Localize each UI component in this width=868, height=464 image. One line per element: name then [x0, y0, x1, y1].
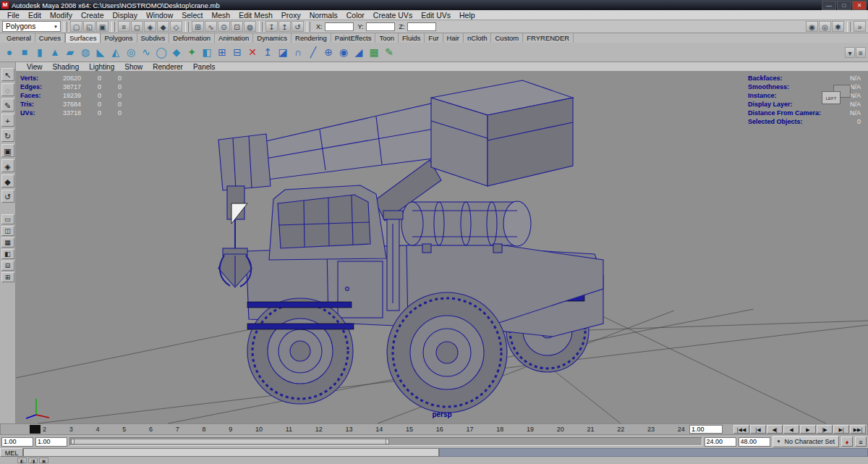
playback-end-field[interactable] [705, 437, 736, 447]
select-object-icon[interactable]: ◻ [131, 21, 143, 32]
polygon-prism-icon[interactable]: ◣ [93, 44, 108, 60]
shelf-tab[interactable]: Surfaces [65, 33, 101, 43]
shelf-overflow-icon[interactable]: ▾ [845, 47, 855, 58]
crane-model[interactable] [218, 80, 603, 413]
z-coordinate-input[interactable] [407, 22, 436, 31]
extrude-icon[interactable]: ↥ [260, 44, 275, 60]
shelf-tab[interactable]: Hair [443, 33, 464, 43]
menu-set-selector[interactable]: Polygons ▼ [2, 21, 61, 32]
go-to-end-button[interactable]: ▶▶| [850, 425, 866, 434]
highlight-selection-icon[interactable]: ◇ [170, 21, 182, 32]
shelf-tab[interactable]: Polygons [101, 33, 137, 43]
mirror-geometry-icon[interactable]: ◧ [200, 44, 214, 60]
menu-item[interactable]: Edit [24, 11, 46, 20]
render-current-frame-icon[interactable]: ◉ [806, 21, 818, 32]
animation-end-field[interactable] [739, 437, 770, 447]
mel-command-input[interactable] [23, 448, 439, 457]
snap-to-point-icon[interactable]: ⊙ [218, 21, 230, 32]
input-connections-icon[interactable]: ↧ [265, 21, 278, 32]
shelf-tab[interactable]: Curves [35, 33, 65, 43]
shelf-tab[interactable]: Rendering [292, 33, 331, 43]
menu-item[interactable]: Create UVs [369, 11, 417, 20]
select-component-icon[interactable]: ◈ [144, 21, 156, 32]
panel-menu-item[interactable]: Renderer [148, 63, 188, 71]
polygon-sphere-icon[interactable]: ● [2, 44, 17, 60]
quick-layout-button-1[interactable]: ◧ [17, 457, 27, 463]
viewport[interactable]: Verts: 20620 0 0 Edges: 38717 0 0 Faces:… [16, 72, 868, 423]
playback-start-field[interactable] [35, 437, 67, 447]
rotate-tool-icon[interactable]: ↻ [1, 129, 14, 142]
step-forward-frame-button[interactable]: ▶| [833, 425, 849, 434]
last-tool-icon[interactable]: ↺ [1, 190, 14, 203]
select-tool-icon[interactable]: ↖ [1, 68, 14, 81]
polygon-platonic-solid-icon[interactable]: ◆ [169, 44, 184, 60]
shelf-tab[interactable]: Dynamics [253, 33, 292, 43]
lock-selection-icon[interactable]: ◆ [157, 21, 169, 32]
polygon-cube-icon[interactable]: ■ [17, 44, 32, 60]
sculpt-geometry-icon[interactable]: ✦ [184, 44, 199, 60]
scene-canvas[interactable] [16, 72, 868, 423]
move-tool-icon[interactable]: + [1, 114, 14, 127]
playback-range-inner[interactable] [71, 439, 386, 444]
minimize-button[interactable]: — [822, 1, 836, 10]
close-button[interactable]: ✕ [852, 1, 867, 10]
panel-menu-item[interactable]: Panels [188, 63, 221, 71]
separate-icon[interactable]: ⊟ [230, 44, 244, 60]
shelf-tab[interactable]: Fur [425, 33, 443, 43]
select-hierarchy-icon[interactable]: ≡ [118, 21, 130, 32]
shelf-tab[interactable]: Animation [215, 33, 253, 43]
snap-to-grid-icon[interactable]: ⊞ [192, 21, 204, 32]
mel-toggle-button[interactable]: MEL [0, 448, 23, 457]
scale-tool-icon[interactable]: ▣ [1, 144, 14, 157]
hypershade-layout-button[interactable]: ⊞ [1, 272, 14, 282]
bridge-icon[interactable]: ∩ [291, 44, 305, 60]
playback-range-bar[interactable] [69, 437, 702, 446]
persp-graph-layout-button[interactable]: ⊟ [1, 261, 14, 271]
quick-layout-button-2[interactable]: ◨ [28, 457, 38, 463]
time-slider[interactable]: 23456789101112131415161718192021222324 |… [0, 423, 868, 435]
panel-menu-item[interactable]: Shading [48, 63, 85, 71]
menu-item[interactable]: Modify [46, 11, 77, 20]
y-coordinate-input[interactable] [366, 22, 395, 31]
step-back-frame-button[interactable]: |◀ [750, 425, 766, 434]
new-scene-icon[interactable]: ▢ [70, 21, 82, 32]
panel-menu-item[interactable]: View [22, 63, 48, 71]
play-backwards-button[interactable]: ◀ [783, 425, 799, 434]
menu-item[interactable]: File [3, 11, 24, 20]
polygon-helix-icon[interactable]: ∿ [139, 44, 153, 60]
menu-item[interactable]: Edit Mesh [234, 11, 277, 20]
shelf-tab[interactable]: PaintEffects [331, 33, 376, 43]
panel-menu-item[interactable]: Show [119, 63, 148, 71]
two-pane-layout-button[interactable]: ◫ [1, 226, 14, 236]
universal-manipulator-icon[interactable]: ◈ [1, 159, 14, 172]
range-end-handle[interactable] [386, 439, 389, 444]
menu-item[interactable]: Window [142, 11, 177, 20]
smooth-icon[interactable]: ◉ [336, 44, 351, 60]
show-manipulator-icon[interactable]: ◆ [1, 174, 14, 187]
make-live-icon[interactable]: ◍ [244, 21, 256, 32]
snap-to-plane-icon[interactable]: ⊡ [231, 21, 243, 32]
output-connections-icon[interactable]: ↥ [278, 21, 291, 32]
view-cube-left-face[interactable]: LEFT [822, 91, 841, 104]
view-cube[interactable]: LEFT [822, 85, 856, 106]
step-forward-key-button[interactable]: |▶ [817, 425, 833, 434]
shelf-tab[interactable]: nCloth [464, 33, 491, 43]
shelf-tab[interactable]: General [3, 33, 35, 43]
paint-effects-icon[interactable]: ✎ [382, 44, 396, 60]
persp-outliner-layout-button[interactable]: ◧ [1, 249, 14, 259]
lasso-select-tool-icon[interactable]: ◌ [1, 83, 14, 96]
polygon-soccer-ball-icon[interactable]: ◯ [154, 44, 169, 60]
quick-layout-button-3[interactable]: ▣ [39, 457, 48, 463]
polygon-cone-icon[interactable]: ▲ [48, 44, 62, 60]
polygon-pipe-icon[interactable]: ◎ [124, 44, 138, 60]
polygon-plane-icon[interactable]: ▰ [63, 44, 77, 60]
menu-item[interactable]: Normals [305, 11, 342, 20]
snap-to-curve-icon[interactable]: ∿ [205, 21, 217, 32]
save-scene-icon[interactable]: ▣ [96, 21, 109, 32]
animation-start-field[interactable] [1, 437, 33, 447]
shelf-tab[interactable]: Toon [375, 33, 399, 43]
shelf-tab[interactable]: Subdivs [137, 33, 170, 43]
bevel-icon[interactable]: ◪ [276, 44, 290, 60]
delete-faces-icon[interactable]: ✕ [245, 44, 260, 60]
single-pane-layout-button[interactable]: ▭ [1, 214, 14, 224]
